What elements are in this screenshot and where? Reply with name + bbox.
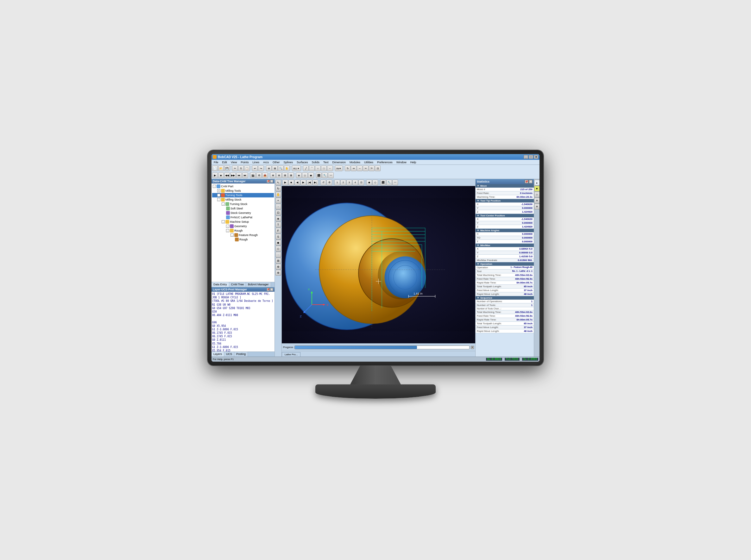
menu-points[interactable]: Points: [239, 160, 250, 164]
tree-item-turning-tools[interactable]: - Turning Tools: [212, 193, 274, 197]
menu-help[interactable]: Help: [409, 160, 418, 164]
tb-trim[interactable]: ✂: [363, 165, 368, 171]
code-area[interactable]: O1 [FILE LATHE PROGRAM.NC SL25-MC FRI. J…: [212, 292, 274, 352]
tree-expand-feature-rough[interactable]: -: [231, 234, 234, 237]
tree-item-rough-sub[interactable]: Rough: [212, 237, 274, 242]
vp-step-back[interactable]: |◀: [307, 180, 312, 185]
vp-back[interactable]: ◀: [294, 180, 300, 185]
panel-header-controls[interactable]: 📌 ✕: [267, 180, 273, 183]
menu-preferences[interactable]: Preferences: [376, 160, 394, 164]
tab-cam-tree[interactable]: CAM Tree: [229, 282, 246, 287]
side-btn-view-iso[interactable]: ◈: [275, 216, 281, 221]
tb-paste[interactable]: 📋: [244, 165, 250, 171]
tree-item-rough[interactable]: - Rough: [212, 228, 274, 233]
side-btn-shade[interactable]: ◆: [275, 240, 281, 245]
tb-grid[interactable]: ⊞: [272, 165, 278, 171]
tb-pan[interactable]: ✋: [284, 165, 290, 171]
tab-layers[interactable]: Layers: [212, 352, 224, 357]
vp-stock-vis[interactable]: ⬛: [380, 180, 386, 185]
stats-section-header-tip[interactable]: ▼ Tool Tip Position: [476, 199, 534, 202]
tree-item-machine-setup[interactable]: - Machine Setup: [212, 220, 274, 224]
vp-shade-mode[interactable]: ◆: [366, 180, 372, 185]
tb-copy[interactable]: ⎘: [238, 165, 244, 171]
tree-item-stock-geo[interactable]: Stock Geometry: [212, 211, 274, 215]
stats-close[interactable]: 📌 ✕: [525, 180, 533, 183]
side-btn-snap-end[interactable]: ⊕: [275, 264, 281, 269]
rside-btn-4[interactable]: ⊕: [534, 198, 540, 203]
tree-expand-tstock[interactable]: -: [222, 202, 225, 206]
vp-stop[interactable]: ■: [288, 180, 294, 185]
tb-undo[interactable]: ↩: [252, 165, 258, 171]
rside-btn-5[interactable]: ⊗: [534, 204, 540, 209]
side-btn-view-top[interactable]: T: [275, 222, 281, 227]
vp-cam4[interactable]: 4: [352, 180, 358, 185]
tb-save[interactable]: 💾: [224, 165, 230, 171]
tree-item-fanuc[interactable]: FANUC LathePat: [212, 215, 274, 220]
vp-cam2[interactable]: 2: [340, 180, 346, 185]
tree-expand-geo[interactable]: -: [226, 225, 229, 228]
tb-text[interactable]: Aa▼: [335, 165, 343, 171]
side-btn-wire[interactable]: ◇: [275, 246, 281, 252]
minimize-button[interactable]: _: [524, 155, 528, 159]
tb-redo[interactable]: ↪: [258, 165, 264, 171]
stats-pin-btn[interactable]: 📌: [525, 180, 528, 183]
tb2-stock[interactable]: ⬛: [316, 173, 322, 178]
stats-close-btn[interactable]: ✕: [529, 180, 533, 183]
tab-bobart[interactable]: BobArt Manager: [246, 282, 271, 287]
tree-expand-mstock[interactable]: -: [217, 198, 220, 201]
tree-expand-turning[interactable]: -: [217, 194, 220, 197]
tb-new[interactable]: 📄: [212, 165, 218, 171]
progress-panel-close[interactable]: ✕: [471, 346, 474, 349]
menu-arcs[interactable]: Arcs: [262, 160, 270, 164]
tb2-render[interactable]: ◈: [296, 173, 302, 178]
side-btn-pan[interactable]: ✋: [275, 192, 281, 197]
vp-zoom-ext[interactable]: ⊡: [359, 180, 364, 185]
stats-section-header-move[interactable]: ▼ Move: [476, 184, 534, 187]
vp-wire-mode[interactable]: ◇: [372, 180, 378, 185]
rside-btn-3[interactable]: ◇: [534, 192, 540, 197]
tb2-play[interactable]: ▶: [212, 173, 218, 178]
tb-mirror[interactable]: ⇔: [351, 165, 357, 171]
tb-open[interactable]: 📂: [218, 165, 224, 171]
tree-item-milling-tools[interactable]: + Milling Tools: [212, 188, 274, 193]
tree-item-cam-part[interactable]: - CAM Part: [212, 184, 274, 188]
tb2-view4[interactable]: ⊠: [288, 173, 294, 178]
menu-window[interactable]: Window: [395, 160, 408, 164]
tree-expand-milling[interactable]: +: [217, 189, 220, 192]
menu-splines[interactable]: Splines: [282, 160, 294, 164]
tab-ucs[interactable]: UCS: [224, 352, 234, 357]
code-panel-close[interactable]: ✕: [270, 288, 273, 291]
tb2-next[interactable]: ▶▶: [230, 173, 236, 178]
vp-cam1[interactable]: 1: [334, 180, 340, 185]
tb2-view1[interactable]: ⊕: [270, 173, 276, 178]
side-btn-zoom-out[interactable]: -: [275, 204, 281, 209]
side-btn-view-front[interactable]: F: [275, 228, 281, 234]
menu-dimension[interactable]: Dimension: [331, 160, 348, 164]
tb2-tool[interactable]: 🔧: [322, 173, 328, 178]
stats-section-header-center[interactable]: ▼ Tool Center Position: [476, 214, 534, 217]
panel-pin-btn[interactable]: 📌: [267, 180, 270, 183]
tb2-wire[interactable]: ◇: [302, 173, 308, 178]
side-btn-point[interactable]: ·: [275, 252, 281, 258]
tree-item-feature-rough[interactable]: - Feature Rough: [212, 233, 274, 237]
vp-path-vis[interactable]: 〰: [392, 180, 398, 185]
stats-section-header-seq[interactable]: ▼ Sequence: [476, 296, 534, 300]
tab-data-entry[interactable]: Data Entry: [212, 282, 229, 287]
vp-tool-vis[interactable]: 🔧: [386, 180, 392, 185]
menu-text[interactable]: Text: [322, 160, 330, 164]
tb-all[interactable]: ALL▼: [292, 165, 301, 171]
tb-scale[interactable]: ↔: [357, 165, 363, 171]
side-btn-view-side[interactable]: S: [275, 234, 281, 240]
side-btn-zoom-in[interactable]: +: [275, 198, 281, 203]
viewport-canvas[interactable]: X Y Z: [282, 186, 475, 343]
tree-expand-cam-part[interactable]: -: [213, 185, 216, 188]
tree-item-soft-steel[interactable]: Soft Steel: [212, 206, 274, 211]
stats-section-header-op[interactable]: ▼ Operation: [476, 262, 534, 266]
tb-arc[interactable]: ⌒: [309, 165, 315, 171]
side-btn-snap-grid[interactable]: ⊞: [275, 258, 281, 263]
stats-section-header-minmax[interactable]: ▼ Min/Max: [476, 244, 534, 247]
tree-expand-rough[interactable]: -: [226, 229, 229, 232]
side-btn-rotate[interactable]: ↻: [275, 186, 281, 192]
menu-lines[interactable]: Lines: [251, 160, 261, 164]
viewport-tab-main[interactable]: Lathe Pro...: [282, 352, 301, 357]
